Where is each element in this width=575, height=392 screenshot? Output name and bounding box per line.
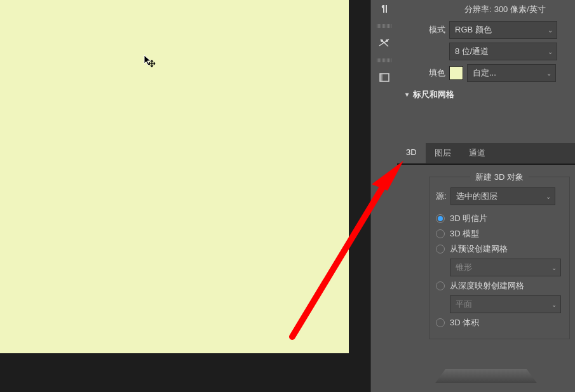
fill-color-swatch[interactable] bbox=[449, 66, 463, 80]
tab-3d[interactable]: 3D bbox=[397, 143, 426, 163]
preset-mesh-dropdown[interactable]: 锥形 ⌄ bbox=[450, 259, 561, 276]
panel-tab-bar: 3D 图层 通道 bbox=[397, 143, 575, 164]
fill-label: 填色 bbox=[402, 67, 445, 79]
ruler-grid-section-header[interactable]: ▸ 标尺和网格 bbox=[397, 84, 575, 105]
radio-icon bbox=[436, 229, 445, 238]
paragraph-tool-icon[interactable] bbox=[371, 0, 398, 17]
radio-icon bbox=[436, 318, 445, 327]
radio-icon bbox=[436, 245, 445, 253]
radio-icon bbox=[436, 281, 445, 290]
panel-footer-slope bbox=[397, 360, 575, 392]
group-title: 新建 3D 对象 bbox=[470, 172, 529, 183]
radio-icon bbox=[436, 214, 445, 223]
tab-channels[interactable]: 通道 bbox=[460, 143, 494, 163]
radio-3d-volume[interactable]: 3D 体积 bbox=[436, 317, 563, 328]
slope-icon bbox=[435, 369, 537, 383]
new-3d-object-group: 新建 3D 对象 源: 选中的图层 ⌄ 3D 明信片 3D 模型 从预设创建网格… bbox=[429, 177, 570, 339]
source-label: 源: bbox=[436, 191, 447, 202]
radio-3d-model[interactable]: 3D 模型 bbox=[436, 228, 563, 240]
chevron-down-icon: ⌄ bbox=[548, 27, 553, 34]
radio-depth-mesh[interactable]: 从深度映射创建网格 bbox=[436, 280, 563, 292]
artboard-tool-icon[interactable] bbox=[371, 69, 398, 86]
source-dropdown[interactable]: 选中的图层 ⌄ bbox=[450, 187, 555, 205]
svg-point-4 bbox=[386, 39, 388, 42]
fill-dropdown[interactable]: 自定... ⌄ bbox=[467, 64, 556, 82]
mode-label: 模式 bbox=[402, 24, 445, 36]
chevron-down-icon: ⌄ bbox=[551, 264, 557, 271]
resolution-value[interactable]: 300 像素/英寸 bbox=[494, 4, 546, 14]
color-mode-dropdown[interactable]: RGB 颜色 ⌄ bbox=[449, 21, 557, 39]
chevron-down-icon: ⌄ bbox=[548, 48, 553, 55]
panel-grip-icon[interactable] bbox=[377, 24, 392, 28]
radio-3d-postcard[interactable]: 3D 明信片 bbox=[436, 213, 563, 224]
vertical-toolbar bbox=[370, 0, 397, 392]
svg-rect-7 bbox=[380, 74, 382, 81]
chevron-down-icon: ⌄ bbox=[551, 301, 557, 308]
resolution-label: 分辨率: bbox=[464, 4, 492, 14]
chevron-down-icon: ⌄ bbox=[546, 193, 551, 200]
properties-panel: 分辨率: 300 像素/英寸 模式 RGB 颜色 ⌄ 8 位/通道 ⌄ 填色 自… bbox=[397, 0, 575, 143]
tools-preset-icon[interactable] bbox=[371, 34, 398, 51]
svg-point-5 bbox=[381, 39, 383, 42]
tab-layers[interactable]: 图层 bbox=[426, 143, 460, 163]
depth-mesh-dropdown[interactable]: 平面 ⌄ bbox=[450, 295, 561, 313]
canvas[interactable] bbox=[0, 0, 349, 353]
chevron-down-icon: ⌄ bbox=[546, 70, 551, 77]
chevron-down-icon: ▸ bbox=[404, 93, 411, 97]
bit-depth-dropdown[interactable]: 8 位/通道 ⌄ bbox=[449, 43, 557, 60]
radio-preset-mesh[interactable]: 从预设创建网格 bbox=[436, 243, 563, 255]
3d-panel: 新建 3D 对象 源: 选中的图层 ⌄ 3D 明信片 3D 模型 从预设创建网格… bbox=[397, 165, 575, 392]
panel-grip-icon[interactable] bbox=[377, 58, 392, 62]
